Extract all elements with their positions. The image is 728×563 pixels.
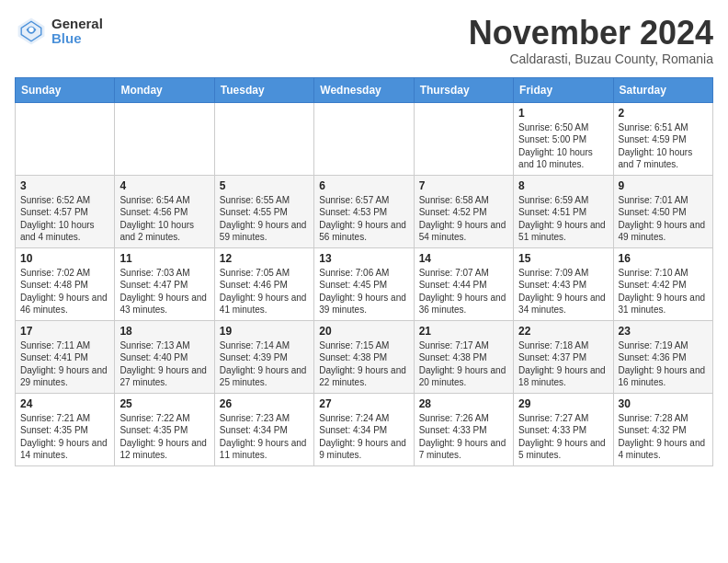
day-info: Sunrise: 7:10 AM Sunset: 4:42 PM Dayligh… <box>619 267 708 316</box>
day-number: 16 <box>619 252 708 265</box>
logo-blue-text: Blue <box>51 31 103 47</box>
calendar-cell: 22Sunrise: 7:18 AM Sunset: 4:37 PM Dayli… <box>514 320 613 393</box>
calendar-table: SundayMondayTuesdayWednesdayThursdayFrid… <box>15 77 713 466</box>
logo-icon <box>15 15 48 48</box>
calendar-cell: 28Sunrise: 7:26 AM Sunset: 4:33 PM Dayli… <box>414 393 513 465</box>
day-info: Sunrise: 7:22 AM Sunset: 4:35 PM Dayligh… <box>119 412 209 462</box>
calendar-week-4: 17Sunrise: 7:11 AM Sunset: 4:41 PM Dayli… <box>16 320 713 393</box>
calendar-cell: 23Sunrise: 7:19 AM Sunset: 4:36 PM Dayli… <box>613 320 712 393</box>
day-number: 22 <box>518 325 608 338</box>
logo-text: General Blue <box>51 17 103 47</box>
day-info: Sunrise: 7:06 AM Sunset: 4:45 PM Dayligh… <box>319 267 408 316</box>
day-info: Sunrise: 7:19 AM Sunset: 4:36 PM Dayligh… <box>619 339 708 389</box>
day-info: Sunrise: 7:24 AM Sunset: 4:34 PM Dayligh… <box>319 412 408 462</box>
day-info: Sunrise: 6:54 AM Sunset: 4:56 PM Dayligh… <box>119 194 209 244</box>
day-info: Sunrise: 7:05 AM Sunset: 4:46 PM Dayligh… <box>220 267 309 316</box>
calendar-cell <box>115 102 214 175</box>
calendar-cell: 15Sunrise: 7:09 AM Sunset: 4:43 PM Dayli… <box>514 247 613 320</box>
day-number: 19 <box>220 325 309 338</box>
day-number: 24 <box>20 397 109 410</box>
day-info: Sunrise: 7:21 AM Sunset: 4:35 PM Dayligh… <box>20 412 109 462</box>
calendar-cell: 16Sunrise: 7:10 AM Sunset: 4:42 PM Dayli… <box>613 247 712 320</box>
calendar-cell: 25Sunrise: 7:22 AM Sunset: 4:35 PM Dayli… <box>115 393 214 465</box>
day-info: Sunrise: 7:11 AM Sunset: 4:41 PM Dayligh… <box>20 339 109 389</box>
day-number: 25 <box>119 397 209 410</box>
day-info: Sunrise: 7:15 AM Sunset: 4:38 PM Dayligh… <box>319 339 408 389</box>
day-number: 15 <box>518 252 608 265</box>
day-info: Sunrise: 7:18 AM Sunset: 4:37 PM Dayligh… <box>518 339 608 389</box>
day-number: 1 <box>518 107 608 120</box>
day-number: 8 <box>518 179 608 192</box>
calendar-cell: 21Sunrise: 7:17 AM Sunset: 4:38 PM Dayli… <box>414 320 513 393</box>
day-number: 6 <box>319 179 408 192</box>
day-number: 11 <box>119 252 209 265</box>
svg-point-2 <box>28 28 33 32</box>
calendar-cell: 20Sunrise: 7:15 AM Sunset: 4:38 PM Dayli… <box>314 320 414 393</box>
logo: General Blue <box>15 15 103 48</box>
day-number: 21 <box>419 325 508 338</box>
calendar-cell: 12Sunrise: 7:05 AM Sunset: 4:46 PM Dayli… <box>214 247 313 320</box>
page-header: General Blue November 2024 Caldarasti, B… <box>15 15 713 66</box>
day-number: 29 <box>518 397 608 410</box>
calendar-cell: 5Sunrise: 6:55 AM Sunset: 4:55 PM Daylig… <box>214 175 313 247</box>
calendar-cell: 29Sunrise: 7:27 AM Sunset: 4:33 PM Dayli… <box>514 393 613 465</box>
weekday-header-saturday: Saturday <box>613 77 712 102</box>
calendar-cell: 7Sunrise: 6:58 AM Sunset: 4:52 PM Daylig… <box>414 175 513 247</box>
calendar-cell: 14Sunrise: 7:07 AM Sunset: 4:44 PM Dayli… <box>414 247 513 320</box>
weekday-header-tuesday: Tuesday <box>214 77 313 102</box>
calendar-cell: 6Sunrise: 6:57 AM Sunset: 4:53 PM Daylig… <box>314 175 414 247</box>
weekday-header-friday: Friday <box>514 77 613 102</box>
calendar-cell <box>314 102 414 175</box>
calendar-cell <box>16 102 115 175</box>
logo-general-text: General <box>51 17 103 32</box>
calendar-cell: 1Sunrise: 6:50 AM Sunset: 5:00 PM Daylig… <box>514 102 613 175</box>
day-number: 17 <box>20 325 109 338</box>
day-info: Sunrise: 6:57 AM Sunset: 4:53 PM Dayligh… <box>319 194 408 244</box>
calendar-week-3: 10Sunrise: 7:02 AM Sunset: 4:48 PM Dayli… <box>16 247 713 320</box>
day-info: Sunrise: 6:51 AM Sunset: 4:59 PM Dayligh… <box>619 121 708 171</box>
title-block: November 2024 Caldarasti, Buzau County, … <box>469 15 713 66</box>
weekday-header-wednesday: Wednesday <box>314 77 414 102</box>
location: Caldarasti, Buzau County, Romania <box>469 52 713 66</box>
day-number: 20 <box>319 325 408 338</box>
day-number: 2 <box>619 107 708 120</box>
day-info: Sunrise: 7:03 AM Sunset: 4:47 PM Dayligh… <box>119 267 209 316</box>
day-info: Sunrise: 6:52 AM Sunset: 4:57 PM Dayligh… <box>20 194 109 244</box>
day-number: 7 <box>419 179 508 192</box>
weekday-header-row: SundayMondayTuesdayWednesdayThursdayFrid… <box>16 77 713 102</box>
calendar-cell: 24Sunrise: 7:21 AM Sunset: 4:35 PM Dayli… <box>16 393 115 465</box>
weekday-header-thursday: Thursday <box>414 77 513 102</box>
day-number: 10 <box>20 252 109 265</box>
day-info: Sunrise: 7:17 AM Sunset: 4:38 PM Dayligh… <box>419 339 508 389</box>
calendar-week-2: 3Sunrise: 6:52 AM Sunset: 4:57 PM Daylig… <box>16 175 713 247</box>
day-number: 28 <box>419 397 508 410</box>
day-info: Sunrise: 7:07 AM Sunset: 4:44 PM Dayligh… <box>419 267 508 316</box>
calendar-cell: 30Sunrise: 7:28 AM Sunset: 4:32 PM Dayli… <box>613 393 712 465</box>
day-number: 27 <box>319 397 408 410</box>
day-number: 12 <box>220 252 309 265</box>
day-number: 30 <box>619 397 708 410</box>
calendar-cell: 10Sunrise: 7:02 AM Sunset: 4:48 PM Dayli… <box>16 247 115 320</box>
calendar-cell: 13Sunrise: 7:06 AM Sunset: 4:45 PM Dayli… <box>314 247 414 320</box>
day-number: 9 <box>619 179 708 192</box>
day-info: Sunrise: 6:50 AM Sunset: 5:00 PM Dayligh… <box>518 121 608 171</box>
day-info: Sunrise: 7:02 AM Sunset: 4:48 PM Dayligh… <box>20 267 109 316</box>
day-info: Sunrise: 7:23 AM Sunset: 4:34 PM Dayligh… <box>220 412 309 462</box>
day-info: Sunrise: 6:58 AM Sunset: 4:52 PM Dayligh… <box>419 194 508 244</box>
calendar-cell: 3Sunrise: 6:52 AM Sunset: 4:57 PM Daylig… <box>16 175 115 247</box>
day-number: 23 <box>619 325 708 338</box>
calendar-cell: 2Sunrise: 6:51 AM Sunset: 4:59 PM Daylig… <box>613 102 712 175</box>
day-number: 5 <box>220 179 309 192</box>
day-number: 3 <box>20 179 109 192</box>
day-info: Sunrise: 7:13 AM Sunset: 4:40 PM Dayligh… <box>119 339 209 389</box>
day-info: Sunrise: 6:59 AM Sunset: 4:51 PM Dayligh… <box>518 194 608 244</box>
calendar-week-1: 1Sunrise: 6:50 AM Sunset: 5:00 PM Daylig… <box>16 102 713 175</box>
day-number: 4 <box>119 179 209 192</box>
calendar-cell: 9Sunrise: 7:01 AM Sunset: 4:50 PM Daylig… <box>613 175 712 247</box>
day-number: 18 <box>119 325 209 338</box>
day-info: Sunrise: 7:27 AM Sunset: 4:33 PM Dayligh… <box>518 412 608 462</box>
calendar-cell <box>214 102 313 175</box>
day-info: Sunrise: 7:01 AM Sunset: 4:50 PM Dayligh… <box>619 194 708 244</box>
day-info: Sunrise: 6:55 AM Sunset: 4:55 PM Dayligh… <box>220 194 309 244</box>
weekday-header-sunday: Sunday <box>16 77 115 102</box>
